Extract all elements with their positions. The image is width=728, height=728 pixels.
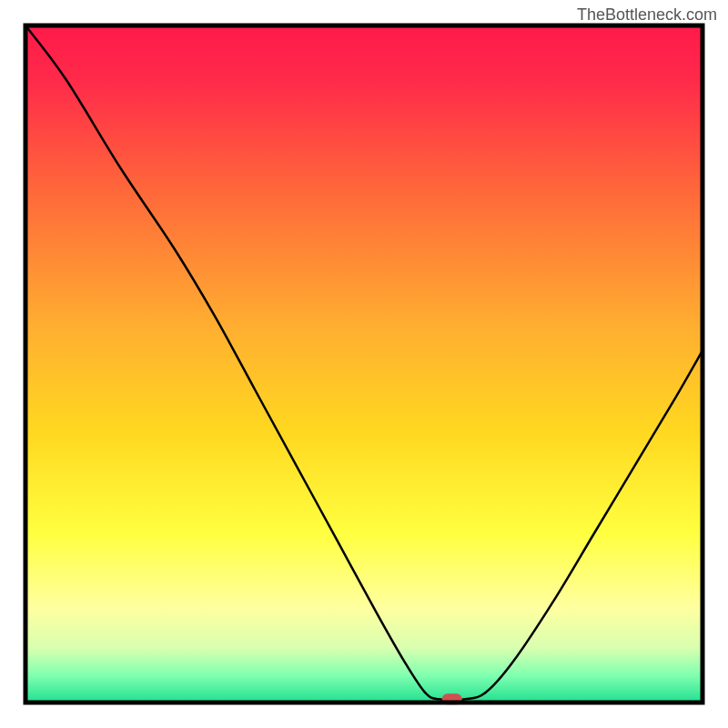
watermark-text: TheBottleneck.com	[577, 5, 717, 25]
bottleneck-chart	[0, 0, 728, 728]
gradient-background	[25, 25, 703, 703]
chart-container: TheBottleneck.com	[0, 0, 728, 728]
